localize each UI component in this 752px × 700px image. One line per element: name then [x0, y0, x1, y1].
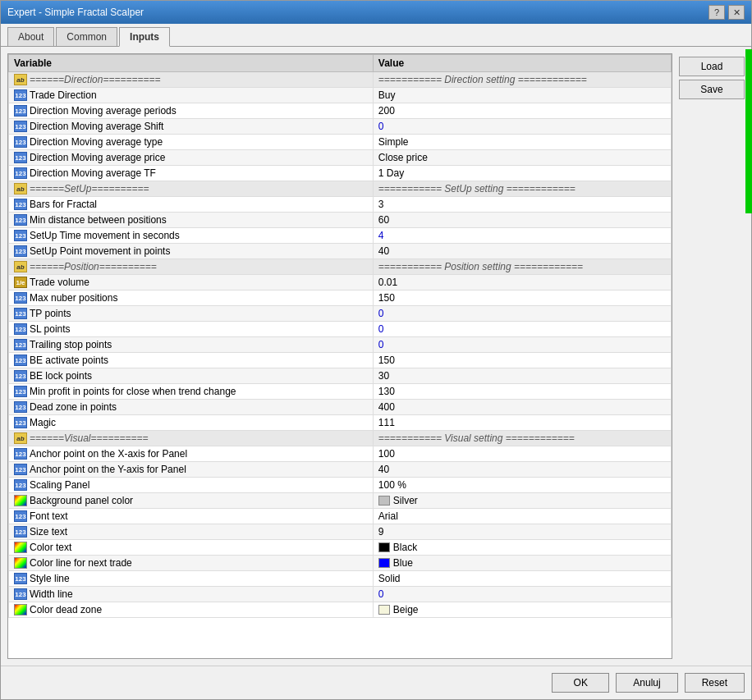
- value-text: =========== Position setting ===========…: [378, 261, 583, 272]
- value-text: 200: [378, 105, 395, 117]
- tab-about[interactable]: About: [7, 27, 54, 46]
- variable-cell: 123Direction Moving average type: [9, 135, 374, 150]
- icon-ab: ab: [14, 432, 27, 444]
- title-bar: Expert - Simple Fractal Scalper ? ✕: [1, 1, 751, 24]
- value-cell: 150: [373, 291, 671, 306]
- icon-color: [14, 542, 27, 553]
- variable-label: Direction Moving average price: [30, 152, 165, 163]
- icon-ab: ab: [14, 183, 27, 194]
- variable-label: SL points: [30, 323, 71, 335]
- variable-label: BE lock points: [30, 370, 92, 382]
- value-cell: 0: [373, 322, 671, 337]
- variable-cell: 123SetUp Point movement in points: [9, 244, 374, 259]
- variable-cell: 123TP points: [9, 306, 374, 322]
- value-cell: Arial: [373, 509, 671, 524]
- value-text: 3: [378, 199, 384, 210]
- variable-cell: 123Dead zone in points: [9, 400, 374, 415]
- value-text: Silver: [393, 495, 418, 506]
- icon-num: 123: [14, 355, 27, 366]
- value-text: Close price: [378, 152, 428, 163]
- value-text: 40: [378, 464, 389, 475]
- tab-inputs[interactable]: Inputs: [119, 27, 170, 47]
- variable-label: Trade volume: [30, 277, 89, 288]
- cancel-button[interactable]: Anuluj: [616, 673, 677, 693]
- variable-cell: Color line for next trade: [9, 556, 374, 571]
- value-cell: 400: [373, 400, 671, 415]
- variable-cell: 123BE activate points: [9, 353, 374, 368]
- variable-label: Background panel color: [30, 495, 133, 506]
- load-button[interactable]: Load: [679, 57, 745, 76]
- variable-label: Trailing stop points: [30, 339, 112, 350]
- variable-label: Size text: [30, 526, 67, 538]
- value-text: 100 %: [378, 479, 406, 491]
- value-text: 0: [378, 339, 384, 350]
- main-window: Expert - Simple Fractal Scalper ? ✕ Abou…: [0, 0, 752, 700]
- icon-num: 123: [14, 510, 27, 522]
- variable-cell: Color text: [9, 540, 374, 556]
- variable-cell: 123SL points: [9, 322, 374, 337]
- variable-cell: ab======Direction==========: [9, 72, 374, 88]
- value-text: Arial: [378, 510, 398, 522]
- icon-num: 123: [14, 339, 27, 350]
- variable-label: Color line for next trade: [30, 557, 132, 569]
- value-cell: 40: [373, 462, 671, 478]
- save-button[interactable]: Save: [679, 80, 745, 99]
- variable-label: SetUp Point movement in points: [30, 245, 170, 257]
- icon-num: 123: [14, 464, 27, 475]
- variable-label: Magic: [30, 417, 56, 428]
- icon-num: 123: [14, 199, 27, 210]
- color-swatch: [378, 542, 390, 552]
- icon-num: 123: [14, 588, 27, 600]
- variable-cell: 123Trailing stop points: [9, 337, 374, 353]
- variable-cell: 123BE lock points: [9, 368, 374, 384]
- value-text: 0: [378, 308, 384, 319]
- col-variable: Variable: [9, 55, 374, 72]
- value-text: 400: [378, 401, 395, 413]
- icon-num: 123: [14, 121, 27, 132]
- value-cell: 150: [373, 353, 671, 368]
- help-button[interactable]: ?: [708, 5, 725, 20]
- value-text: 130: [378, 386, 395, 397]
- col-value: Value: [373, 55, 671, 72]
- variables-table: Variable Value ab======Direction========…: [8, 54, 672, 618]
- content-area: Variable Value ab======Direction========…: [1, 47, 751, 666]
- side-panel: Load Save: [679, 53, 745, 659]
- variable-cell: 123Direction Moving average Shift: [9, 119, 374, 135]
- variable-label: Bars for Fractal: [30, 199, 97, 210]
- value-text: 0.01: [378, 277, 397, 288]
- value-text: Black: [393, 542, 417, 553]
- variable-label: Direction Moving average Shift: [30, 121, 163, 132]
- window-title: Expert - Simple Fractal Scalper: [7, 7, 144, 18]
- tab-common[interactable]: Common: [56, 27, 117, 46]
- variable-cell: 123Style line: [9, 571, 374, 587]
- variable-cell: 1/eTrade volume: [9, 275, 374, 291]
- close-button[interactable]: ✕: [728, 5, 745, 20]
- value-cell: 100 %: [373, 478, 671, 493]
- variable-cell: 123Size text: [9, 524, 374, 540]
- value-text: 0: [378, 121, 384, 132]
- variable-label: SetUp Time movement in seconds: [30, 230, 180, 241]
- icon-num: 123: [14, 323, 27, 335]
- variable-label: Direction Moving average type: [30, 136, 163, 148]
- variable-label: Color dead zone: [30, 604, 102, 615]
- value-text: 60: [378, 214, 389, 226]
- variable-label: Anchor point on the Y-axis for Panel: [30, 464, 186, 475]
- value-text: 150: [378, 355, 395, 366]
- variable-label: TP points: [30, 308, 71, 319]
- ok-button[interactable]: OK: [552, 673, 609, 693]
- variable-cell: 123Anchor point on the X-axis for Panel: [9, 446, 374, 462]
- variable-label: Scaling Panel: [30, 479, 89, 491]
- variable-label: ======SetUp==========: [30, 183, 149, 194]
- value-cell: 0.01: [373, 275, 671, 291]
- value-cell: 60: [373, 213, 671, 228]
- icon-color: [14, 495, 27, 506]
- icon-num: 123: [14, 152, 27, 163]
- icon-num: 123: [14, 230, 27, 241]
- icon-num: 123: [14, 136, 27, 148]
- value-cell: 111: [373, 415, 671, 431]
- value-text: Beige: [393, 604, 419, 615]
- footer: OK Anuluj Reset: [1, 666, 751, 699]
- variable-cell: 123Font text: [9, 509, 374, 524]
- reset-button[interactable]: Reset: [685, 673, 745, 693]
- value-cell: 200: [373, 103, 671, 119]
